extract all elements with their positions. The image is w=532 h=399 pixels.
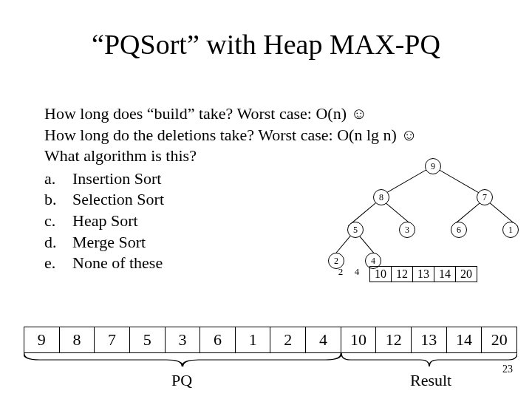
option-text: Merge Sort (72, 232, 146, 253)
tree-node: 5 (347, 222, 364, 238)
mini-result-row: 10 12 13 14 20 (369, 266, 477, 282)
brace-result (341, 353, 517, 366)
tree-node: 9 (425, 158, 441, 174)
mini-cell: 10 (369, 266, 392, 282)
tree-node: 3 (399, 222, 415, 238)
array-cell: 9 (24, 327, 60, 353)
tree-node: 1 (502, 222, 519, 238)
mini-cell: 14 (434, 266, 456, 282)
option-label: c. (44, 211, 72, 232)
option-text: Selection Sort (72, 189, 164, 211)
array-cell: 4 (305, 327, 341, 353)
mini-pre-cell: 2 (332, 266, 349, 278)
array-cell: 7 (94, 327, 130, 353)
array-row: 9 8 7 5 3 6 1 2 4 10 12 13 14 20 (24, 327, 517, 353)
brace-pq (24, 353, 341, 366)
smile-icon: ☺ (400, 126, 417, 144)
line-3: What algorithm is this? (44, 146, 197, 165)
array-cell: 20 (481, 327, 517, 353)
smile-icon: ☺ (351, 104, 367, 123)
array-cell: 13 (411, 327, 447, 353)
tree-node: 7 (477, 189, 493, 205)
heap-tree: 9 8 7 5 3 6 1 2 4 (318, 158, 525, 284)
array-cell: 3 (165, 327, 201, 353)
option-label: a. (44, 168, 72, 190)
option-label: d. (44, 232, 72, 253)
mini-pre-cell: 4 (349, 266, 365, 278)
line-2: How long do the deletions take? Worst ca… (44, 126, 400, 144)
array-cell: 12 (375, 327, 412, 353)
slide-title: “PQSort” with Heap MAX-PQ (0, 0, 532, 61)
option-text: None of these (72, 253, 163, 274)
tree-node: 6 (451, 222, 467, 238)
option-label: e. (44, 253, 72, 274)
array-cell: 14 (446, 327, 482, 353)
array-cell: 1 (235, 327, 271, 353)
line-1: How long does “build” take? Worst case: … (44, 104, 351, 123)
mini-cell: 20 (455, 266, 477, 282)
array-cell: 10 (341, 327, 377, 353)
array-cell: 2 (270, 327, 306, 353)
array-cell: 5 (129, 327, 166, 353)
mini-cell: 13 (412, 266, 434, 282)
option-text: Insertion Sort (72, 168, 161, 190)
option-text: Heap Sort (72, 211, 138, 232)
option-label: b. (44, 189, 72, 211)
tree-node: 8 (373, 189, 389, 205)
slide-number: 23 (502, 364, 513, 375)
pq-label: PQ (171, 371, 192, 390)
result-label: Result (410, 371, 451, 390)
mini-cell: 12 (391, 266, 413, 282)
array-cell: 6 (200, 327, 236, 353)
array-cell: 8 (59, 327, 95, 353)
mini-pre: 2 4 (332, 266, 365, 278)
